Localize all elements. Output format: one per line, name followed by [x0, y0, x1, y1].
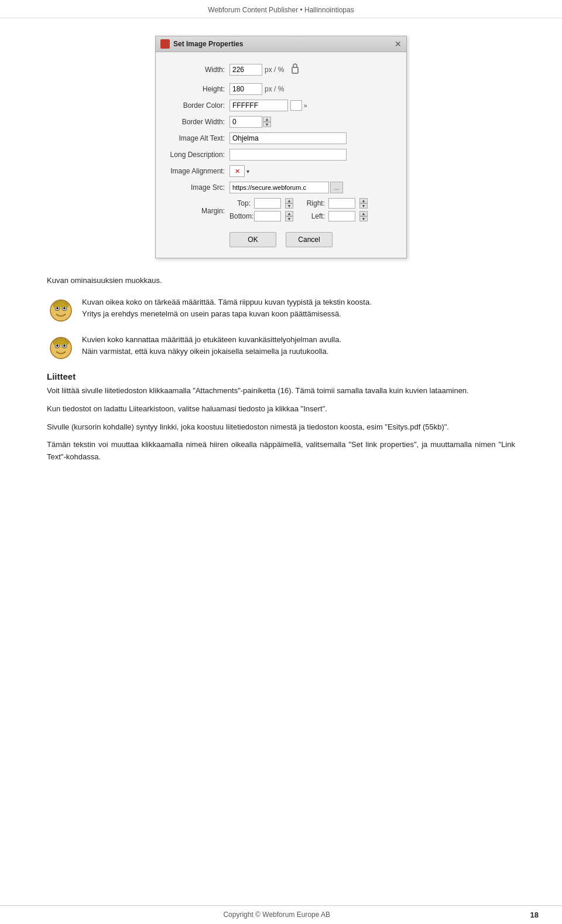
liitteet-section: Liitteet Voit liittää sivulle liitetiedo… — [47, 371, 515, 463]
section-heading: Liitteet — [47, 371, 515, 381]
tip2-text: Kuvien koko kannattaa määrittää jo etukä… — [82, 334, 341, 357]
dialog-app-icon — [160, 39, 170, 49]
svg-point-9 — [56, 345, 59, 347]
align-dropdown-arrow[interactable]: ▾ — [246, 168, 249, 175]
right-label: Right: — [304, 199, 325, 207]
set-image-properties-dialog: Set Image Properties ✕ Width: px / % — [155, 36, 407, 258]
margin-left-spinner[interactable]: ▲ ▼ — [359, 211, 368, 221]
image-align-select[interactable]: ✕ ▾ — [229, 165, 249, 177]
spinner-down[interactable]: ▼ — [285, 216, 293, 221]
dialog-caption: Kuvan ominaisuuksien muokkaus. — [47, 276, 515, 285]
border-color-row: Border Color: » — [165, 100, 397, 111]
margin-fields: Top: ▲ ▼ Right: ▲ ▼ — [229, 198, 368, 224]
lock-icon — [289, 60, 301, 79]
spinner-down[interactable]: ▼ — [359, 203, 368, 209]
margin-bottom-spinner[interactable]: ▲ ▼ — [285, 211, 293, 221]
svg-point-10 — [63, 345, 66, 347]
image-src-input[interactable] — [229, 182, 329, 193]
tip2-icon — [47, 334, 75, 362]
footer-page-number: 18 — [530, 911, 539, 919]
dialog-close-button[interactable]: ✕ — [395, 40, 402, 48]
bottom-label: Bottom: — [229, 212, 251, 220]
margin-top-input[interactable] — [254, 198, 281, 209]
height-unit: px / % — [265, 85, 284, 93]
main-content: Set Image Properties ✕ Width: px / % — [0, 18, 562, 499]
spinner-down[interactable]: ▼ — [359, 216, 368, 221]
dialog-title: Set Image Properties — [173, 40, 243, 48]
image-src-row: Image Src: ... — [165, 182, 397, 193]
dialog-titlebar-left: Set Image Properties — [160, 39, 243, 49]
dialog-buttons: OK Cancel — [165, 232, 397, 250]
header-title: Webforum Content Publisher • Hallinnoint… — [208, 6, 354, 14]
border-color-label: Border Color: — [165, 101, 229, 110]
dialog-body: Width: px / % Height: px / % — [156, 52, 406, 258]
dialog-titlebar: Set Image Properties ✕ — [156, 36, 406, 52]
margin-right-spinner[interactable]: ▲ ▼ — [359, 198, 368, 209]
image-align-row: Image Alignment: ✕ ▾ — [165, 165, 397, 177]
long-desc-label: Long Description: — [165, 151, 229, 159]
ok-button[interactable]: OK — [229, 232, 276, 247]
spinner-up[interactable]: ▲ — [285, 198, 293, 203]
svg-point-4 — [56, 307, 59, 309]
height-label: Height: — [165, 85, 229, 93]
width-unit: px / % — [265, 66, 284, 74]
border-width-label: Border Width: — [165, 118, 229, 126]
border-width-spinner[interactable]: ▲ ▼ — [263, 117, 271, 127]
margin-bottom-input[interactable] — [254, 211, 281, 221]
height-input[interactable] — [229, 83, 262, 95]
margin-top-right-row: Top: ▲ ▼ Right: ▲ ▼ — [229, 198, 368, 209]
spinner-up[interactable]: ▲ — [285, 211, 293, 216]
tip1-icon — [47, 296, 75, 325]
svg-rect-0 — [292, 67, 298, 73]
tip1-text: Kuvan oikea koko on tärkeää määrittää. T… — [82, 296, 372, 319]
browse-button[interactable]: ... — [330, 182, 343, 193]
width-input[interactable] — [229, 64, 262, 76]
caption-text: Kuvan ominaisuuksien muokkaus. — [47, 276, 515, 285]
color-arrow-icon[interactable]: » — [304, 103, 307, 109]
margin-top-spinner[interactable]: ▲ ▼ — [285, 198, 293, 209]
section-para4: Tämän tekstin voi muuttaa klikkaamalla n… — [47, 439, 515, 463]
section-body: Voit liittää sivulle liitetiedoston klik… — [47, 385, 515, 463]
cancel-button[interactable]: Cancel — [286, 232, 333, 247]
border-width-input[interactable] — [229, 116, 262, 128]
long-desc-row: Long Description: — [165, 149, 397, 161]
tip1-line2: Yritys ja erehdys menetelmä on usein par… — [82, 308, 372, 320]
spinner-down[interactable]: ▼ — [285, 203, 293, 209]
color-swatch[interactable] — [290, 100, 302, 111]
image-alt-row: Image Alt Text: — [165, 132, 397, 144]
spinner-up[interactable]: ▲ — [359, 211, 368, 216]
spinner-down[interactable]: ▼ — [263, 122, 271, 127]
border-width-row: Border Width: ▲ ▼ — [165, 116, 397, 128]
margin-label: Margin: — [165, 207, 229, 215]
spinner-up[interactable]: ▲ — [263, 117, 271, 122]
image-src-label: Image Src: — [165, 183, 229, 192]
tip2-line2: Näin varmistat, että kuva näkyy oikein j… — [82, 346, 341, 357]
image-alt-label: Image Alt Text: — [165, 134, 229, 142]
margin-bottom-left-row: Bottom: ▲ ▼ Left: ▲ ▼ — [229, 211, 368, 221]
section-para1: Voit liittää sivulle liitetiedoston klik… — [47, 385, 515, 397]
margin-row-label: Margin: Top: ▲ ▼ Right: — [165, 198, 397, 224]
left-label: Left: — [304, 212, 325, 220]
tip2-line1: Kuvien koko kannattaa määrittää jo etukä… — [82, 334, 341, 346]
top-label: Top: — [229, 199, 251, 207]
image-alt-input[interactable] — [229, 132, 347, 144]
height-row: Height: px / % — [165, 83, 397, 95]
long-desc-input[interactable] — [229, 149, 347, 161]
tip1-line1: Kuvan oikea koko on tärkeää määrittää. T… — [82, 296, 372, 308]
section-para3: Sivulle (kursorin kohdalle) syntyy linkk… — [47, 421, 515, 434]
border-color-input[interactable] — [229, 100, 288, 111]
dialog-wrapper: Set Image Properties ✕ Width: px / % — [47, 36, 515, 258]
image-align-label: Image Alignment: — [165, 167, 229, 175]
svg-point-5 — [63, 307, 66, 309]
footer-copyright: Copyright © Webforum Europe AB — [23, 911, 530, 919]
page-footer: Copyright © Webforum Europe AB 18 — [0, 905, 562, 924]
section-para2: Kun tiedostot on ladattu Liitearkistoon,… — [47, 403, 515, 415]
align-x-icon[interactable]: ✕ — [229, 165, 245, 177]
margin-left-input[interactable] — [328, 211, 355, 221]
margin-right-input[interactable] — [328, 198, 355, 209]
width-label: Width: — [165, 66, 229, 74]
width-row: Width: px / % — [165, 60, 397, 79]
spinner-up[interactable]: ▲ — [359, 198, 368, 203]
tip2-section: Kuvien koko kannattaa määrittää jo etukä… — [47, 334, 515, 362]
tip1-section: Kuvan oikea koko on tärkeää määrittää. T… — [47, 296, 515, 325]
